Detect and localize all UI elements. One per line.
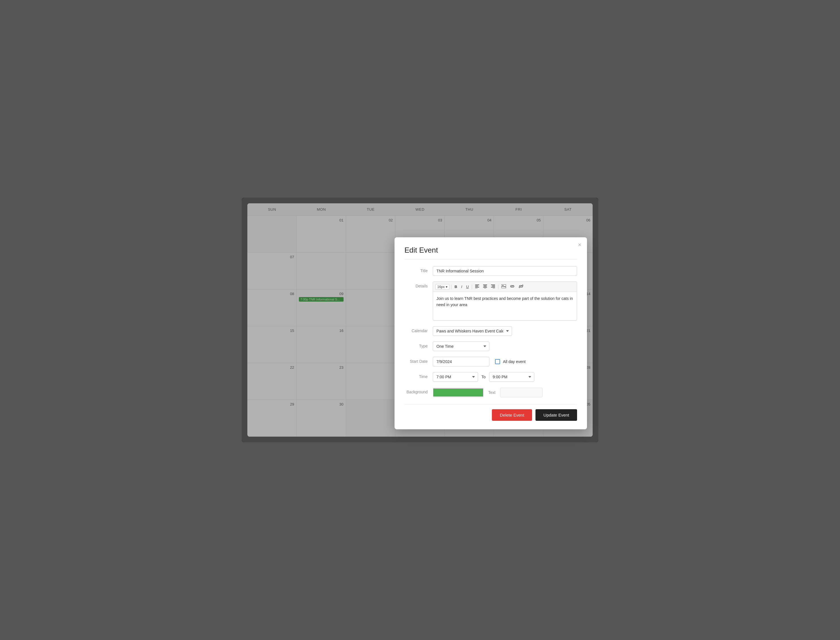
time-label: Time [404, 372, 433, 379]
toolbar-divider [451, 285, 452, 289]
bg-text-row: Text [433, 387, 577, 398]
all-day-wrap: All day event [495, 359, 525, 364]
svg-rect-8 [491, 285, 495, 285]
svg-rect-11 [493, 288, 495, 288]
calendar-select[interactable]: Paws and Whiskers Haven Event Calendar [433, 326, 512, 336]
rich-editor: 16px ▾ B I U [433, 282, 577, 320]
svg-rect-5 [484, 286, 487, 286]
title-wrap [433, 266, 577, 276]
chevron-down-icon: ▾ [446, 285, 447, 289]
all-day-checkbox[interactable] [495, 359, 500, 364]
svg-rect-4 [483, 285, 487, 285]
edit-event-modal: × Edit Event Title Details 16px [394, 237, 587, 429]
text-color-input[interactable] [500, 388, 543, 397]
text-label: Text [488, 390, 495, 395]
svg-rect-6 [483, 287, 487, 288]
time-row: Time 7:00 PM 7:30 PM 8:00 PM To 9:00 PM … [404, 372, 577, 382]
start-date-wrap: All day event [433, 357, 577, 366]
time-wrap: 7:00 PM 7:30 PM 8:00 PM To 9:00 PM 9:30 … [433, 372, 577, 382]
details-wrap: 16px ▾ B I U [433, 282, 577, 320]
underline-button[interactable]: U [465, 284, 470, 290]
time-to-label: To [481, 374, 485, 379]
details-content[interactable]: Join us to learn TNR best practices and … [433, 292, 577, 320]
unlink-button[interactable] [517, 283, 525, 290]
calendar-label: Calendar [404, 326, 433, 333]
background-wrap: Text [433, 387, 577, 398]
start-date-input[interactable] [433, 357, 489, 366]
update-event-button[interactable]: Update Event [535, 409, 577, 421]
modal-title: Edit Event [404, 246, 577, 259]
start-date-row: Start Date All day event [404, 357, 577, 366]
delete-event-button[interactable]: Delete Event [492, 409, 532, 421]
svg-rect-1 [475, 286, 478, 286]
type-row: Type One Time Recurring [404, 341, 577, 351]
svg-line-14 [522, 285, 523, 285]
toolbar-divider [498, 285, 498, 289]
background-row: Background Text [404, 387, 577, 398]
toolbar-divider [472, 285, 472, 289]
time-row-inner: 7:00 PM 7:30 PM 8:00 PM To 9:00 PM 9:30 … [433, 372, 577, 382]
svg-rect-0 [475, 285, 479, 285]
time-to-select[interactable]: 9:00 PM 9:30 PM 10:00 PM [489, 372, 534, 382]
svg-line-15 [519, 287, 520, 288]
align-left-button[interactable] [474, 283, 481, 290]
align-right-button[interactable] [490, 283, 497, 290]
title-input[interactable] [433, 266, 577, 276]
bold-button[interactable]: B [453, 284, 458, 290]
start-date-label: Start Date [404, 357, 433, 363]
time-from-select[interactable]: 7:00 PM 7:30 PM 8:00 PM [433, 372, 478, 382]
close-button[interactable]: × [578, 242, 581, 248]
type-label: Type [404, 341, 433, 348]
type-select[interactable]: One Time Recurring [433, 341, 489, 351]
font-size-selector[interactable]: 16px ▾ [435, 284, 449, 290]
svg-rect-10 [491, 287, 495, 288]
rich-toolbar: 16px ▾ B I U [433, 282, 577, 292]
background-label: Background [404, 387, 433, 394]
title-row: Title [404, 266, 577, 276]
modal-footer: Delete Event Update Event [404, 405, 577, 421]
link-button[interactable] [509, 284, 516, 290]
screen-container: SUN MON TUE WED THU FRI SAT 01 02 03 04 … [242, 198, 598, 442]
image-button[interactable] [500, 283, 508, 290]
background-color-input[interactable] [433, 387, 484, 398]
font-size-value: 16px [437, 285, 445, 289]
all-day-label: All day event [503, 359, 525, 364]
align-center-button[interactable] [482, 283, 489, 290]
calendar-row: Calendar Paws and Whiskers Haven Event C… [404, 326, 577, 336]
italic-button[interactable]: I [460, 284, 463, 290]
title-label: Title [404, 266, 433, 273]
svg-rect-3 [475, 288, 477, 288]
svg-rect-2 [475, 287, 479, 288]
type-select-wrap: One Time Recurring [433, 341, 577, 351]
modal-overlay: × Edit Event Title Details 16px [242, 198, 598, 442]
details-label: Details [404, 282, 433, 288]
calendar-select-wrap: Paws and Whiskers Haven Event Calendar [433, 326, 577, 336]
svg-rect-7 [484, 288, 486, 288]
svg-rect-9 [492, 286, 495, 286]
details-row: Details 16px ▾ B I U [404, 282, 577, 320]
